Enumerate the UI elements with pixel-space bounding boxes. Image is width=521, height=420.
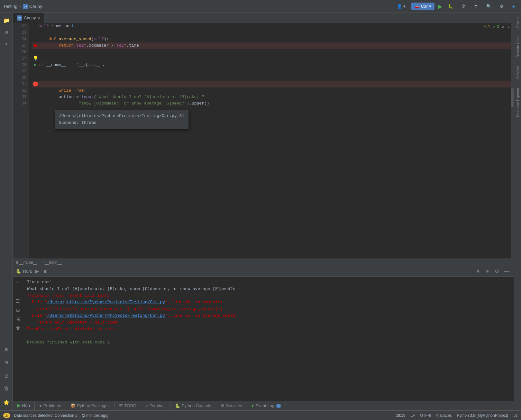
output-error-line-1: File "/Users/jetbrains/PycharmProjects/T… (27, 299, 510, 306)
sidebar-icon-hierarchy[interactable]: ⊟ (1, 358, 12, 368)
right-sidebar-database[interactable]: Database Explorer (515, 87, 520, 118)
profile-button[interactable]: ⏱ (459, 3, 468, 10)
status-warning[interactable]: ⚠ (3, 413, 10, 418)
sidebar-icon-bookmarks[interactable]: ★ (1, 39, 12, 49)
breakpoint-tooltip: /Users/jetbrains/PycharmProjects/Testing… (55, 110, 188, 129)
charset[interactable]: UTF-8 (420, 413, 431, 418)
python-version[interactable]: Python 3.8 (MyPythonProject) (457, 413, 508, 418)
tab-todo[interactable]: ☰ TODO (114, 401, 141, 411)
gutter-28[interactable]: ▶ (32, 62, 39, 68)
breadcrumb-separator: › (19, 4, 21, 9)
output-area: ↑ ↓ ☰ ⊞ 🖨 🗑 I'm a car! What should I do?… (13, 277, 514, 401)
scroll-up-button[interactable]: ↑ (14, 279, 22, 287)
event-log-tab-label: Event Log (255, 403, 274, 408)
cursor-position[interactable]: 28:19 (396, 413, 406, 418)
code-line-29 (32, 68, 514, 75)
tab-python-packages[interactable]: 📦 Python Packages (66, 401, 114, 411)
code-line-28: ▶ if __name__ == '__main__': (32, 62, 514, 68)
breadcrumb-project[interactable]: Testing (3, 4, 17, 9)
sidebar-icon-print[interactable]: 🖨 (1, 370, 12, 381)
tab-run[interactable]: ▶ Run (13, 401, 35, 411)
editor-container: py Car.py × ⚠ 1 ✓ 3 ∧ ∨ 22 23 24 (13, 13, 514, 266)
output-line-1: I'm a car! (27, 279, 510, 286)
panel-layout-button[interactable]: ⊞ (484, 268, 491, 275)
close-panel-button[interactable]: ✕ (475, 268, 481, 275)
run-config-dropdown[interactable]: 🚗 Car ▾ (411, 3, 434, 10)
filter-button[interactable]: ☰ (14, 297, 22, 305)
tab-python-console[interactable]: 🐍 Python Console (170, 401, 216, 411)
python-console-tab-label: Python Console (182, 403, 211, 408)
git-icon[interactable]: ⎇ (513, 413, 518, 418)
editor-breadcrumb: if __name__ == '__main__' (13, 259, 514, 266)
run-marker[interactable]: ▶ (34, 62, 36, 68)
tab-services[interactable]: ⚙ Services (216, 401, 247, 411)
code-line-23 (32, 30, 514, 36)
code-editor[interactable]: ⚠ 1 ✓ 3 ∧ ∨ 22 23 24 25 26 27 28 29 30 3… (13, 23, 514, 259)
indent[interactable]: 4 spaces (436, 413, 452, 418)
problems-tab-label: Problems (43, 403, 61, 408)
python-console-tab-icon: 🐍 (175, 403, 180, 408)
sidebar-icon-structure2[interactable]: ≡ (1, 345, 12, 355)
services-tab-icon: ⚙ (221, 403, 224, 408)
sidebar-icon-favorites[interactable]: ⭐ (1, 397, 12, 408)
lightbulb-icon[interactable]: 💡 (33, 55, 38, 62)
tab-label: Car.py (24, 15, 36, 20)
code-line-32: while True: (32, 87, 514, 94)
file-icon: py (23, 4, 28, 9)
tab-terminal[interactable]: > Terminal (141, 401, 170, 411)
fold-button[interactable]: ⊞ (14, 306, 22, 314)
scroll-down-button[interactable]: ↓ (14, 288, 22, 296)
coverage-button[interactable]: ☂ (471, 3, 480, 10)
tab-close-button[interactable]: × (38, 16, 40, 20)
right-sidebar-sciview[interactable]: SciView (515, 65, 520, 80)
title-bar: Testing › py Car.py 👤 ▾ 🚗 Car ▾ ▶ 🐛 ⏱ ☂ … (0, 0, 521, 13)
breadcrumb-text: if __name__ == '__main__' (16, 260, 62, 265)
title-bar-right: 👤 ▾ 🚗 Car ▾ ▶ 🐛 ⏱ ☂ 🔍 ⚙ ◈ (394, 3, 518, 10)
event-log-tab-icon: ● (251, 403, 254, 408)
run-play-button[interactable]: ▶ (34, 268, 40, 275)
gutter-31[interactable]: 🔴 (32, 81, 39, 87)
output-link-1[interactable]: /Users/jetbrains/PycharmProjects/Testing… (47, 300, 165, 305)
status-left: ⚠ Data sources detected: Connection p...… (3, 413, 391, 418)
output-error-line-3: File "/Users/jetbrains/PycharmProjects/T… (27, 313, 510, 319)
event-log-badge: 2 (276, 404, 281, 408)
code-content[interactable]: self.time += 1 def average_speed(self): (29, 23, 514, 259)
todo-tab-label: TODO (124, 403, 136, 408)
output-link-2[interactable]: /Users/jetbrains/PycharmProjects/Testing… (47, 313, 165, 318)
gutter-27[interactable]: 💡 (32, 55, 39, 62)
user-button[interactable]: 👤 ▾ (394, 3, 408, 10)
right-sidebar: Project Remote Host SciView Database Exp… (514, 13, 521, 410)
breakpoint-icon[interactable] (34, 44, 37, 47)
tab-problems[interactable]: ● Problems (35, 401, 66, 411)
panel-header: 🐍 Run: ▶ ■ ✕ ⊞ ⚙ — (13, 266, 514, 277)
run-button[interactable]: ▶ (438, 3, 442, 10)
tab-bar: py Car.py × (13, 13, 514, 23)
editor-scrollbar[interactable] (511, 23, 514, 259)
right-sidebar-remote[interactable]: Remote Host (515, 35, 520, 59)
code-line-30 (32, 75, 514, 81)
bottom-panel: 🐍 Run: ▶ ■ ✕ ⊞ ⚙ — ↑ ↓ ☰ ⊞ (13, 266, 514, 401)
output-error-line-4: return self.odometer / self.time (27, 319, 510, 326)
breakpoint-arrow-icon[interactable]: 🔴 (33, 81, 38, 87)
run-stop-button[interactable]: ■ (42, 268, 48, 275)
terminal-tab-icon: > (146, 403, 148, 408)
panel-settings-button[interactable]: ⚙ (493, 268, 500, 275)
settings-button[interactable]: ⚙ (497, 3, 506, 10)
scrollbar-thumb[interactable] (511, 88, 514, 107)
sidebar-icon-trash[interactable]: 🗑 (1, 383, 12, 394)
debug-button[interactable]: 🐛 (445, 3, 456, 10)
logo-button[interactable]: ◈ (509, 3, 518, 10)
sidebar-icon-structure[interactable]: ⊞ (1, 27, 12, 37)
code-line-24: def average_speed(self): (32, 36, 514, 42)
tab-event-log[interactable]: ● Event Log 2 (247, 401, 286, 411)
sidebar-icon-project[interactable]: 📁 (1, 15, 12, 26)
panel-minimize-button[interactable]: — (503, 268, 511, 275)
line-separator[interactable]: LF (411, 413, 415, 418)
trash-button[interactable]: 🗑 (14, 324, 22, 332)
print-button[interactable]: 🖨 (14, 315, 22, 323)
right-sidebar-project[interactable]: Project (515, 15, 520, 29)
tab-car-py[interactable]: py Car.py × (13, 13, 44, 23)
search-button[interactable]: 🔍 (484, 3, 494, 10)
code-line-25: return self.odometer / self.time (32, 42, 514, 49)
status-message: Data sources detected: Connection p... (… (14, 413, 108, 418)
